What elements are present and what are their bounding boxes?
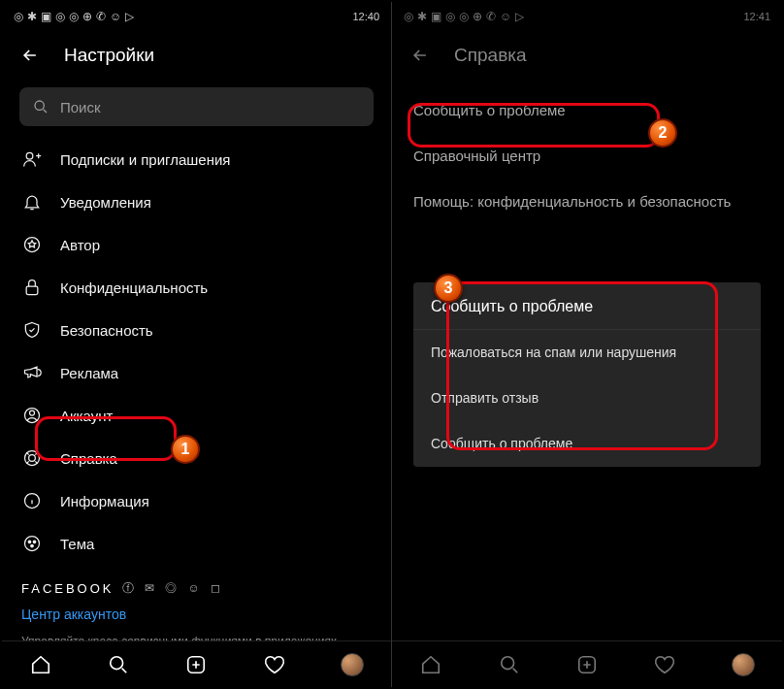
- annotation-badge-3: 3: [434, 274, 463, 303]
- info-icon: [21, 490, 43, 511]
- menu-item-theme[interactable]: Тема: [2, 522, 391, 565]
- lock-icon: [21, 277, 43, 298]
- bottom-nav: [392, 640, 782, 687]
- svg-point-1: [26, 152, 33, 159]
- search-input[interactable]: Поиск: [19, 87, 374, 126]
- clock: 12:41: [743, 11, 770, 22]
- svg-point-5: [30, 410, 35, 415]
- annotation-badge-2: 2: [648, 118, 677, 148]
- svg-point-7: [29, 455, 36, 462]
- nav-create-icon[interactable]: [183, 652, 209, 677]
- svg-point-11: [33, 541, 36, 543]
- help-icon: [21, 447, 43, 469]
- svg-rect-3: [26, 286, 38, 294]
- menu-item-subscriptions[interactable]: Подписки и приглашения: [2, 138, 391, 180]
- nav-home-icon[interactable]: [418, 652, 443, 677]
- accounts-center-desc: Управляйте кросс-сервисными функциями в …: [2, 626, 391, 640]
- header: Справка: [392, 31, 782, 80]
- report-problem-popup: Сообщить о проблеме Пожаловаться на спам…: [413, 282, 761, 467]
- annotation-badge-1: 1: [171, 435, 200, 464]
- status-bar: ◎✱▣◎◎⊕✆☺▷ 12:40: [2, 2, 391, 31]
- nav-search-icon[interactable]: [106, 652, 131, 677]
- nav-search-icon[interactable]: [497, 652, 522, 677]
- settings-menu: Подписки и приглашения Уведомления Автор…: [2, 138, 391, 640]
- nav-home-icon[interactable]: [28, 652, 53, 677]
- svg-point-12: [31, 544, 34, 547]
- menu-item-info[interactable]: Информация: [2, 479, 391, 522]
- menu-item-author[interactable]: Автор: [2, 223, 391, 266]
- menu-item-notifications[interactable]: Уведомления: [2, 180, 391, 223]
- settings-screen: ◎✱▣◎◎⊕✆☺▷ 12:40 Настройки Поиск Подписки…: [2, 2, 392, 687]
- bottom-nav: [2, 640, 391, 687]
- svg-point-10: [28, 541, 31, 543]
- star-icon: [21, 234, 43, 255]
- facebook-section-label: FACEBOOK ⓕ ✉ ◎ ☺ ◻: [2, 565, 391, 603]
- status-icons-left: ◎✱▣◎◎⊕✆☺▷: [14, 10, 134, 23]
- theme-icon: [21, 533, 43, 554]
- accounts-center-link[interactable]: Центр аккаунтов: [2, 603, 391, 626]
- nav-heart-icon[interactable]: [652, 652, 677, 677]
- help-menu: Сообщить о проблеме Справочный центр Пом…: [392, 80, 782, 224]
- help-item-report[interactable]: Сообщить о проблеме: [392, 87, 782, 133]
- svg-point-13: [111, 656, 123, 669]
- megaphone-icon: [21, 362, 43, 383]
- help-item-privacy[interactable]: Помощь: конфиденциальность и безопасност…: [392, 179, 782, 224]
- popup-item-report[interactable]: Сообщить о проблеме: [413, 421, 761, 467]
- clock: 12:40: [352, 11, 379, 22]
- status-icons-left: ◎✱▣◎◎⊕✆☺▷: [404, 10, 524, 23]
- search-placeholder: Поиск: [60, 99, 101, 115]
- popup-item-feedback[interactable]: Отправить отзыв: [413, 376, 761, 421]
- back-icon[interactable]: [409, 45, 431, 66]
- back-icon[interactable]: [19, 45, 41, 66]
- account-icon: [21, 405, 43, 426]
- person-plus-icon: [21, 148, 43, 170]
- status-bar: ◎✱▣◎◎⊕✆☺▷ 12:41: [392, 2, 782, 31]
- popup-item-spam[interactable]: Пожаловаться на спам или нарушения: [413, 330, 761, 376]
- menu-item-security[interactable]: Безопасность: [2, 309, 391, 351]
- popup-title: Сообщить о проблеме: [413, 282, 761, 330]
- page-title: Справка: [454, 45, 527, 66]
- nav-profile-avatar[interactable]: [731, 652, 756, 677]
- shield-icon: [21, 319, 43, 341]
- nav-create-icon[interactable]: [574, 652, 600, 677]
- menu-item-privacy[interactable]: Конфиденциальность: [2, 266, 391, 309]
- help-item-center[interactable]: Справочный центр: [392, 133, 782, 179]
- header: Настройки: [2, 31, 391, 80]
- nav-profile-avatar[interactable]: [340, 652, 365, 677]
- svg-point-15: [501, 656, 513, 669]
- nav-heart-icon[interactable]: [262, 652, 287, 677]
- menu-item-account[interactable]: Аккаунт: [2, 394, 391, 437]
- svg-point-0: [35, 101, 44, 110]
- page-title: Настройки: [64, 45, 154, 66]
- search-icon: [33, 99, 49, 115]
- help-screen: ◎✱▣◎◎⊕✆☺▷ 12:41 Справка Сообщить о пробл…: [392, 2, 782, 687]
- menu-item-ads[interactable]: Реклама: [2, 351, 391, 394]
- meta-icons: ⓕ ✉ ◎ ☺ ◻: [122, 580, 225, 597]
- svg-point-9: [25, 537, 40, 551]
- bell-icon: [21, 191, 43, 213]
